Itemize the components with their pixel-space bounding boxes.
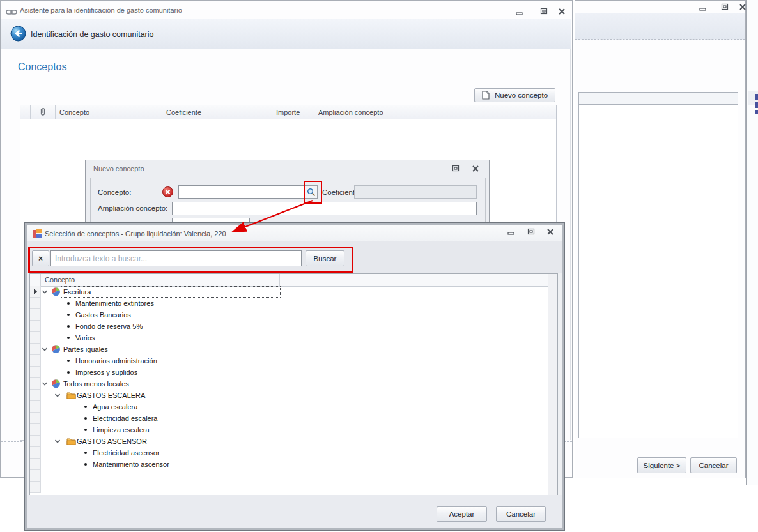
minimize-button[interactable] [505, 228, 516, 237]
tree-row[interactable]: Honorarios administración [41, 355, 279, 367]
row-selector-cell[interactable] [30, 470, 41, 482]
tree-column-header[interactable]: Concepto [45, 276, 75, 284]
maximize-button[interactable] [719, 3, 731, 11]
tree-scrollbar[interactable] [548, 274, 557, 496]
row-selector-cell[interactable] [30, 447, 41, 459]
concept-selection-window: Selección de conceptos - Grupo liquidaci… [24, 222, 565, 531]
tree-row[interactable]: Gastos Bancarios [41, 309, 279, 321]
ampliacion-label: Ampliación concepto: [98, 204, 167, 212]
new-concept-label: Nuevo concepto [495, 91, 548, 99]
row-selector-cell[interactable] [30, 413, 41, 424]
restore-icon [721, 3, 729, 11]
column-header-blank [415, 105, 556, 119]
row-selector-cell[interactable] [30, 344, 41, 355]
link-icon [6, 7, 17, 19]
app-logo-icon [33, 229, 42, 241]
dialog-title: Nuevo concepto [93, 165, 144, 172]
siguiente-button[interactable]: Siguiente > [637, 457, 686, 473]
current-row-arrow-icon [33, 289, 37, 294]
concepto-label: Concepto: [98, 188, 131, 196]
column-header-importe[interactable]: Importe [272, 105, 314, 119]
back-button[interactable] [10, 26, 26, 44]
tree-row[interactable]: Varios [41, 332, 279, 344]
minimize-button[interactable] [513, 8, 525, 17]
row-selector-cell[interactable] [30, 321, 41, 332]
close-button[interactable] [470, 164, 481, 173]
maximize-button[interactable] [538, 7, 550, 16]
row-selector-cell[interactable] [30, 401, 41, 413]
column-header-ampliacion[interactable]: Ampliación concepto [314, 105, 415, 119]
sliver-mark [755, 110, 758, 114]
minimize-button[interactable] [697, 4, 708, 13]
tree-row[interactable]: Mantenimiento extintores [41, 298, 279, 309]
tree-node-label: GASTOS ESCALERA [77, 391, 145, 400]
row-selector-cell[interactable] [30, 309, 41, 321]
tree-row[interactable]: Agua escalera [41, 401, 279, 413]
attachment-column-header[interactable] [31, 105, 56, 119]
clear-search-label: × [38, 254, 43, 263]
tree-selector-header [30, 274, 41, 286]
tree-node-label: Gastos Bancarios [75, 310, 131, 319]
tree-row[interactable]: Electricidad escalera [41, 413, 279, 424]
close-button[interactable] [545, 227, 556, 236]
chevron-down-icon [42, 289, 48, 295]
search-input[interactable] [50, 250, 302, 266]
bullet-icon [84, 429, 87, 431]
tree-row[interactable]: Limpieza escalera [41, 424, 279, 436]
tree-node-label: Electricidad ascensor [93, 448, 160, 457]
maximize-button[interactable] [525, 227, 537, 236]
selection-titlebar[interactable]: Selección de conceptos - Grupo liquidaci… [27, 225, 562, 241]
paperclip-icon [40, 107, 46, 117]
row-selector-cell[interactable] [30, 482, 41, 493]
row-selector-cell[interactable] [30, 424, 41, 436]
folder-icon [66, 391, 76, 399]
tree-row[interactable]: Electricidad ascensor [41, 447, 279, 459]
bullet-icon [67, 314, 70, 316]
row-selector-cell[interactable] [30, 390, 41, 401]
concepto-input[interactable] [178, 185, 304, 199]
maximize-button[interactable] [450, 164, 461, 173]
ampliacion-input[interactable] [172, 202, 477, 215]
siguiente-label: Siguiente > [644, 462, 681, 469]
row-selector-cell[interactable] [30, 355, 41, 367]
pie-chart-icon [52, 379, 60, 388]
tree-row[interactable]: Fondo de reserva 5% [41, 321, 279, 332]
column-header-concepto[interactable]: Concepto [56, 105, 162, 119]
row-selector-cell[interactable] [30, 298, 41, 309]
chevron-down-icon [42, 381, 48, 387]
tree-row[interactable]: GASTOS ASCENSOR [41, 436, 279, 447]
tree-row[interactable]: Impresos y suplidos [41, 367, 279, 378]
tree-node-label: Impresos y suplidos [75, 368, 137, 377]
row-selector-cell[interactable] [30, 378, 41, 390]
aceptar-button[interactable]: Aceptar [437, 506, 487, 522]
tree-row[interactable]: Escritura [41, 286, 279, 298]
tree-row[interactable]: Partes iguales [41, 344, 279, 355]
row-selector-cell[interactable] [30, 332, 41, 344]
new-concept-button[interactable]: Nuevo concepto [474, 88, 555, 102]
row-selector-cell[interactable] [30, 367, 41, 378]
cancelar-button[interactable]: Cancelar [690, 457, 737, 473]
concepto-lookup-button[interactable] [305, 185, 318, 199]
tree-node-label: Escritura [63, 287, 91, 296]
aceptar-label: Aceptar [449, 510, 475, 518]
pie-chart-icon [52, 345, 60, 353]
close-button[interactable] [556, 7, 568, 16]
tree-node-label: Honorarios administración [75, 356, 157, 365]
row-selector-cell[interactable] [30, 286, 41, 298]
background-header-band [575, 13, 745, 40]
close-icon [472, 165, 479, 172]
buscar-button[interactable]: Buscar [306, 250, 344, 266]
folder-icon [66, 437, 76, 445]
tree-row[interactable]: GASTOS ESCALERA [41, 390, 279, 401]
row-selector-cell[interactable] [30, 436, 41, 447]
tree-row[interactable]: Mantenimiento ascensor [41, 459, 279, 470]
cancelar-button[interactable]: Cancelar [496, 506, 546, 522]
tree-row[interactable]: Todos menos locales [41, 378, 279, 390]
row-selector-cell[interactable] [30, 459, 41, 470]
close-icon [739, 3, 746, 11]
sliver-mark [755, 102, 758, 108]
selection-window-title: Selección de conceptos - Grupo liquidaci… [45, 230, 226, 238]
clear-search-button[interactable]: × [32, 250, 49, 266]
column-header-coeficiente[interactable]: Coeficiente [162, 105, 272, 119]
minimize-icon [699, 5, 706, 11]
